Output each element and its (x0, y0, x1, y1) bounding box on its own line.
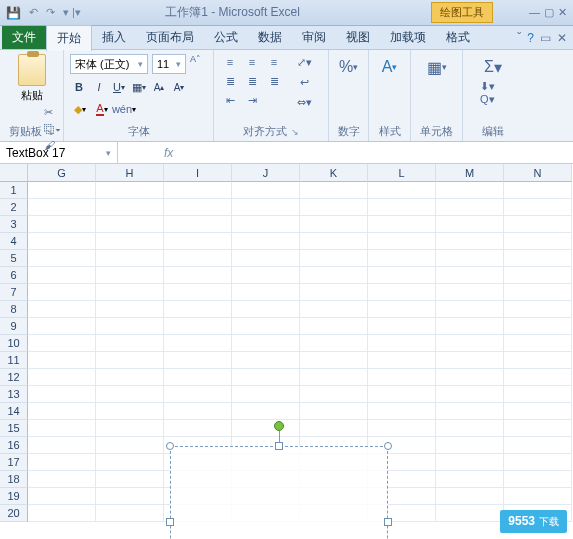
cell[interactable] (300, 250, 368, 267)
cell[interactable] (368, 216, 436, 233)
cell[interactable] (164, 352, 232, 369)
column-header[interactable]: K (300, 164, 368, 182)
cell[interactable] (300, 403, 368, 420)
cell[interactable] (96, 505, 164, 522)
redo-icon[interactable]: ↷ (46, 6, 55, 19)
worksheet-grid[interactable]: GHIJKLMN 1234567891011121314151617181920 (0, 164, 573, 539)
merge-center-icon[interactable]: ⇔▾ (294, 94, 314, 110)
autosum-icon[interactable]: Σ▾ (480, 54, 506, 80)
cell[interactable] (96, 488, 164, 505)
cell[interactable] (28, 216, 96, 233)
resize-handle-tr[interactable] (384, 442, 392, 450)
tab-home[interactable]: 开始 (46, 25, 92, 51)
tab-file[interactable]: 文件 (2, 26, 46, 49)
cell[interactable] (436, 250, 504, 267)
context-tab-drawing-tools[interactable]: 绘图工具 (431, 2, 493, 23)
window-close-icon[interactable]: ✕ (557, 31, 567, 45)
row-header[interactable]: 13 (0, 386, 28, 403)
resize-handle-mr[interactable] (384, 518, 392, 526)
minimize-ribbon-icon[interactable]: ˇ (517, 31, 521, 45)
tab-view[interactable]: 视图 (336, 25, 380, 50)
cell[interactable] (436, 233, 504, 250)
cell[interactable] (28, 386, 96, 403)
cell[interactable] (368, 420, 436, 437)
cell[interactable] (164, 233, 232, 250)
cell[interactable] (164, 267, 232, 284)
row-header[interactable]: 2 (0, 199, 28, 216)
align-launcher-icon[interactable]: ↘ (291, 127, 299, 137)
column-header[interactable]: J (232, 164, 300, 182)
column-header[interactable]: M (436, 164, 504, 182)
column-header[interactable]: N (504, 164, 572, 182)
cell[interactable] (300, 267, 368, 284)
cell[interactable] (300, 284, 368, 301)
cell[interactable] (28, 352, 96, 369)
border-button[interactable]: ▦▾ (130, 78, 148, 96)
styles-icon[interactable]: A▾ (377, 54, 403, 80)
cell[interactable] (232, 182, 300, 199)
cell[interactable] (504, 369, 572, 386)
save-icon[interactable]: 💾 (6, 6, 21, 20)
cell[interactable] (436, 420, 504, 437)
cell[interactable] (368, 182, 436, 199)
cell[interactable] (164, 420, 232, 437)
cell[interactable] (436, 284, 504, 301)
cell[interactable] (164, 199, 232, 216)
cell[interactable] (300, 301, 368, 318)
cell[interactable] (96, 267, 164, 284)
cell[interactable] (96, 403, 164, 420)
tab-review[interactable]: 审阅 (292, 25, 336, 50)
cell[interactable] (436, 301, 504, 318)
cell[interactable] (368, 335, 436, 352)
font-name-dropdown[interactable]: 宋体 (正文)▾ (70, 54, 148, 74)
cell[interactable] (96, 233, 164, 250)
cell[interactable] (164, 216, 232, 233)
cell[interactable] (436, 488, 504, 505)
grow-font-button[interactable]: A▴ (150, 78, 168, 96)
cell[interactable] (164, 301, 232, 318)
cell[interactable] (504, 471, 572, 488)
cell[interactable] (504, 335, 572, 352)
cell[interactable] (96, 301, 164, 318)
row-header[interactable]: 4 (0, 233, 28, 250)
column-header[interactable]: G (28, 164, 96, 182)
undo-icon[interactable]: ↶ (29, 6, 38, 19)
align-middle-icon[interactable]: ≡ (242, 54, 262, 70)
tab-page-layout[interactable]: 页面布局 (136, 25, 204, 50)
fill-color-button[interactable]: ◆▾ (70, 100, 90, 118)
cell[interactable] (28, 505, 96, 522)
cell[interactable] (96, 437, 164, 454)
cell[interactable] (164, 182, 232, 199)
cell[interactable] (504, 182, 572, 199)
row-header[interactable]: 3 (0, 216, 28, 233)
name-box-dropdown-icon[interactable]: ▾ (106, 148, 111, 158)
column-header[interactable]: H (96, 164, 164, 182)
resize-handle-ml[interactable] (166, 518, 174, 526)
cell[interactable] (232, 335, 300, 352)
tab-addins[interactable]: 加载项 (380, 25, 436, 50)
row-header[interactable]: 17 (0, 454, 28, 471)
cell[interactable] (504, 233, 572, 250)
cell[interactable] (436, 182, 504, 199)
row-header[interactable]: 18 (0, 471, 28, 488)
cell[interactable] (28, 420, 96, 437)
grow-font-icon[interactable]: A˄ (190, 54, 201, 64)
fx-icon[interactable]: fx (164, 146, 173, 160)
cell[interactable] (436, 199, 504, 216)
cells-icon[interactable]: ▦▾ (424, 54, 450, 80)
cell[interactable] (300, 233, 368, 250)
cell[interactable] (28, 284, 96, 301)
cell[interactable] (368, 369, 436, 386)
column-header[interactable]: I (164, 164, 232, 182)
cell[interactable] (28, 267, 96, 284)
resize-handle-tl[interactable] (166, 442, 174, 450)
cell[interactable] (232, 250, 300, 267)
phonetic-button[interactable]: wén▾ (114, 100, 134, 118)
row-header[interactable]: 20 (0, 505, 28, 522)
cell[interactable] (504, 488, 572, 505)
cell[interactable] (28, 318, 96, 335)
cell[interactable] (436, 403, 504, 420)
cell[interactable] (436, 216, 504, 233)
cell[interactable] (368, 301, 436, 318)
cell[interactable] (96, 318, 164, 335)
